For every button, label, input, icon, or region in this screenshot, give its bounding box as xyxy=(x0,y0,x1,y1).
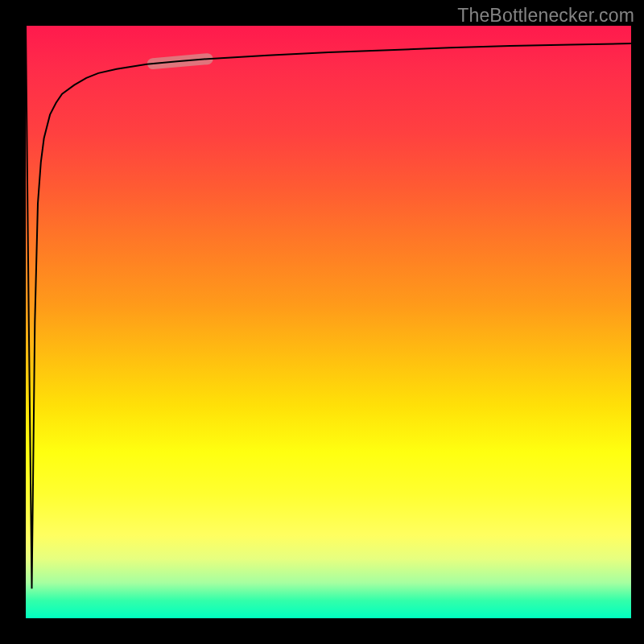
watermark-label: TheBottlenecker.com xyxy=(457,5,634,27)
chart-container: TheBottlenecker.com xyxy=(0,0,644,644)
chart-plot-area xyxy=(26,26,631,618)
